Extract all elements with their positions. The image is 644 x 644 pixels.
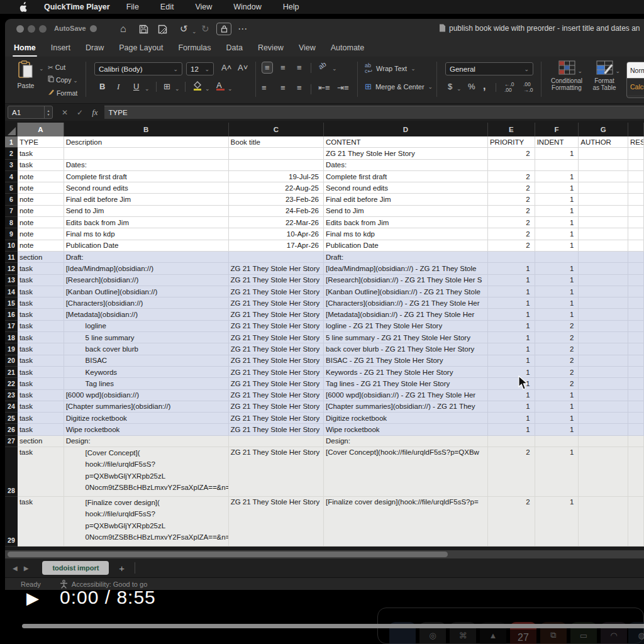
percent-icon[interactable]: % [468, 82, 475, 91]
cell[interactable] [488, 436, 535, 447]
cell[interactable]: Second round edits [324, 182, 488, 194]
cell[interactable] [628, 309, 644, 320]
cell[interactable]: [Chapter summaries](obsidian://) - ZG 21… [324, 401, 488, 413]
cell[interactable] [628, 378, 644, 389]
cell[interactable]: Send to Jim [324, 206, 488, 217]
select-all-corner[interactable] [5, 123, 18, 136]
cell[interactable]: [Characters](obsidian://) [64, 297, 229, 309]
cell[interactable]: [Chapter summaries](obsidian://) [64, 401, 229, 413]
cell[interactable] [579, 228, 628, 240]
cell[interactable]: 1 [488, 309, 535, 320]
cell[interactable]: [Research](obsidian://) [64, 275, 229, 286]
cell[interactable]: 1 [488, 297, 535, 309]
cell[interactable]: 24-Feb-26 [229, 206, 324, 217]
cell[interactable] [579, 309, 628, 320]
cell[interactable]: Design: [64, 436, 229, 447]
table-row[interactable]: 7noteSend to Jim24-Feb-26Send to Jim21 [5, 206, 644, 217]
cell[interactable] [579, 217, 628, 228]
cell[interactable]: 2 [535, 367, 579, 378]
cell[interactable] [579, 378, 628, 389]
name-box-stepper[interactable]: ▲▼ [44, 106, 52, 118]
cell[interactable]: 1 [535, 297, 579, 309]
cell[interactable]: logline - ZG 21 They Stole Her Story [324, 321, 488, 332]
format-as-table-button[interactable]: ⌄ Formatas Table [589, 60, 620, 91]
cell[interactable]: [Kanban Outline](obsidian://) [64, 286, 229, 297]
cell[interactable] [64, 148, 229, 159]
cell[interactable]: ZG 21 They Stole Her Story [229, 401, 324, 413]
cell[interactable]: 1 [535, 275, 579, 286]
cell[interactable] [579, 148, 628, 159]
cell[interactable]: ZG 21 They Stole Her Story [229, 497, 324, 547]
row-header[interactable]: 16 [5, 309, 18, 320]
autosave-toggle[interactable] [90, 25, 97, 32]
underline-chevron-icon[interactable]: ⌄ [145, 86, 150, 92]
more-toolbar-icon[interactable]: ⋯ [238, 22, 247, 36]
play-button[interactable]: ▶ [26, 589, 39, 608]
cell[interactable]: note [18, 228, 64, 240]
cell[interactable]: 1 [488, 424, 535, 435]
cell[interactable]: 1 [535, 424, 579, 435]
cell[interactable]: task [18, 447, 64, 497]
cell[interactable]: 1 [535, 447, 579, 497]
cell[interactable]: task [18, 497, 64, 547]
cell[interactable]: CONTENT [324, 136, 488, 148]
cell[interactable]: 2 [535, 332, 579, 343]
cancel-entry-icon[interactable]: ✕ [62, 108, 68, 117]
cell[interactable]: note [18, 171, 64, 182]
cell[interactable]: note [18, 206, 64, 217]
table-row[interactable]: 27sectionDesign:Design: [5, 436, 644, 447]
cell[interactable] [628, 240, 644, 252]
prev-sheet-icon[interactable]: ◀ [13, 565, 18, 572]
cell[interactable]: task [18, 309, 64, 320]
ribbon-tab-page-layout[interactable]: Page Layout [119, 43, 163, 52]
row-header[interactable]: 23 [5, 390, 18, 401]
cell[interactable]: Keywords - ZG 21 They Stole Her Story [324, 367, 488, 378]
cell[interactable]: 2 [488, 206, 535, 217]
decrease-decimal-icon[interactable]: .00 →.0 [523, 82, 533, 94]
table-row[interactable]: 11sectionDraft:Draft: [5, 252, 644, 263]
cell[interactable] [628, 171, 644, 182]
insert-function-icon[interactable]: fx [92, 108, 97, 118]
cell[interactable]: 1 [535, 263, 579, 274]
column-header-F[interactable]: F [535, 123, 579, 136]
cell[interactable] [628, 160, 644, 171]
cell[interactable]: Publication Date [324, 240, 488, 252]
cell[interactable]: [Characters](obsidian://) - ZG 21 They S… [324, 297, 488, 309]
cell[interactable] [579, 286, 628, 297]
column-header-B[interactable]: B [64, 123, 229, 136]
cell[interactable]: task [18, 390, 64, 401]
cell[interactable] [579, 206, 628, 217]
menu-item-file[interactable]: File [126, 3, 139, 11]
align-middle-icon[interactable]: ≡ [280, 63, 286, 72]
table-row[interactable]: 24task[Chapter summaries](obsidian://)ZG… [5, 401, 644, 413]
cell[interactable] [628, 413, 644, 424]
cell[interactable] [229, 252, 324, 263]
decrease-font-icon[interactable]: A˅ [238, 63, 248, 72]
align-center-icon[interactable]: ≡ [280, 83, 286, 92]
wrap-text-button[interactable]: abc↩ Wrap Text⌄ [365, 63, 416, 74]
cell[interactable] [628, 343, 644, 355]
row-header[interactable]: 3 [5, 160, 18, 171]
cell[interactable] [579, 355, 628, 367]
cell[interactable]: section [18, 436, 64, 447]
cell[interactable] [579, 447, 628, 497]
currency-icon[interactable]: $ [448, 82, 452, 91]
cell[interactable]: ZG 21 They Stole Her Story [229, 309, 324, 320]
row-header[interactable]: 11 [5, 252, 18, 263]
cell[interactable]: note [18, 182, 64, 194]
cell[interactable]: [Metadata](obsidian://) [64, 309, 229, 320]
row-header[interactable]: 29 [5, 497, 18, 547]
cell[interactable]: back cover blurb [64, 343, 229, 355]
cell[interactable]: Tag lines - ZG 21 They Stole Her Story [324, 378, 488, 389]
cell[interactable]: Final ms to kdp [64, 228, 229, 240]
cell[interactable]: 1 [488, 401, 535, 413]
cell[interactable]: 1 [535, 228, 579, 240]
cell[interactable] [579, 401, 628, 413]
cell[interactable]: task [18, 343, 64, 355]
table-row[interactable]: 10notePublication Date17-Apr-26Publicati… [5, 240, 644, 252]
cell[interactable]: Edits back from Jim [64, 217, 229, 228]
cell[interactable]: [Idea/Mindmap](obsidian://) [64, 263, 229, 274]
cell[interactable]: Final edit before Jim [64, 194, 229, 205]
cell[interactable]: task [18, 160, 64, 171]
ribbon-tab-formulas[interactable]: Formulas [178, 43, 211, 52]
